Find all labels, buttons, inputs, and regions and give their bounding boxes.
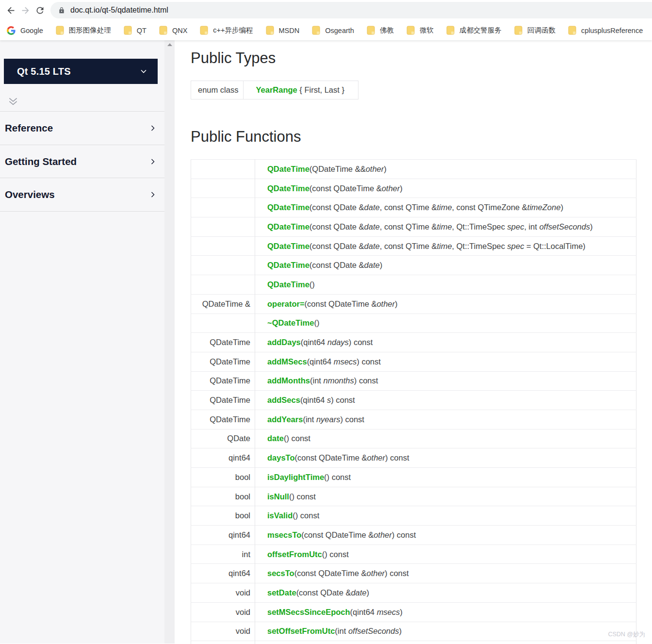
signature-text: , Qt::TimeSpec xyxy=(452,242,507,250)
address-bar[interactable]: doc.qt.io/qt-5/qdatetime.html xyxy=(50,2,652,18)
function-link[interactable]: setMSecsSinceEpoch xyxy=(267,608,350,616)
table-row: QDateTime(const QDate &date) xyxy=(191,256,636,275)
parameter-name: other xyxy=(382,184,400,193)
back-button[interactable] xyxy=(3,3,18,17)
signature-text: ) xyxy=(395,299,398,308)
signature-text: (const QDateTime & xyxy=(295,453,367,462)
scroll-up-arrow-icon[interactable] xyxy=(167,43,172,46)
folder-icon xyxy=(407,26,415,35)
function-link[interactable]: YearRange xyxy=(256,85,297,94)
return-type: QDateTime xyxy=(191,352,255,371)
signature-text: (const QDate & xyxy=(310,242,364,250)
function-link[interactable]: QDateTime xyxy=(267,280,310,289)
signature-text: ) xyxy=(384,165,387,173)
reload-button[interactable] xyxy=(33,3,47,17)
function-signature: addMonths(int nmonths) const xyxy=(255,371,636,391)
return-type xyxy=(191,314,255,333)
watermark: CSDN @妙为 xyxy=(608,630,645,639)
bookmark-item[interactable]: c++异步编程 xyxy=(200,26,253,35)
function-signature: YearRange { First, Last } xyxy=(244,81,359,99)
function-link[interactable]: msecsTo xyxy=(267,530,301,539)
function-link[interactable]: QDateTime xyxy=(267,165,310,173)
function-link[interactable]: ~QDateTime xyxy=(267,318,314,327)
function-link[interactable]: isDaylightTime xyxy=(267,473,324,481)
function-link[interactable]: addYears xyxy=(267,415,303,424)
sidebar-item-getting-started[interactable]: Getting Started xyxy=(0,145,164,179)
table-row: boolisDaylightTime() const xyxy=(191,468,636,487)
function-link[interactable]: QDateTime xyxy=(267,222,310,231)
function-signature: addDays(qint64 ndays) const xyxy=(255,333,636,352)
bookmark-label: MSDN xyxy=(279,27,300,34)
function-link[interactable]: offsetFromUtc xyxy=(267,550,322,559)
function-link[interactable]: addSecs xyxy=(267,396,300,404)
forward-button[interactable] xyxy=(18,3,33,17)
return-type xyxy=(191,256,255,275)
bookmark-label: 回调函数 xyxy=(527,26,555,35)
signature-text: (qint64 xyxy=(307,357,334,366)
bookmark-item[interactable]: 回调函数 xyxy=(514,26,555,35)
bookmark-item[interactable]: 成都交警服务 xyxy=(446,26,502,35)
function-link[interactable]: secsTo xyxy=(267,569,294,578)
function-link[interactable]: setOffsetFromUtc xyxy=(267,627,335,635)
function-link[interactable]: addMonths xyxy=(267,376,310,385)
bookmark-item[interactable]: Google xyxy=(7,26,43,35)
table-row: QDatedate() const xyxy=(191,429,636,448)
return-type: QDateTime xyxy=(191,333,255,352)
signature-text: (const QDateTime & xyxy=(294,569,367,578)
sidebar-item-reference[interactable]: Reference xyxy=(0,112,164,145)
function-link[interactable]: addDays xyxy=(267,338,301,347)
url-text[interactable]: doc.qt.io/qt-5/qdatetime.html xyxy=(70,6,168,15)
table-row: QDateTime &operator=(const QDateTime &ot… xyxy=(191,294,636,314)
bookmark-item[interactable]: 微软 xyxy=(407,26,434,35)
table-row: qint64daysTo(const QDateTime &other) con… xyxy=(191,448,636,468)
browser-chrome: doc.qt.io/qt-5/qdatetime.html Google图形图像… xyxy=(0,0,652,40)
bookmark-item[interactable]: MSDN xyxy=(266,26,300,35)
return-type: QDate xyxy=(191,429,255,448)
function-signature xyxy=(255,641,636,644)
signature-text: (qint64 xyxy=(350,608,377,616)
parameter-name: other xyxy=(366,165,384,173)
bookmark-item[interactable]: Osgearth xyxy=(312,26,354,35)
bookmark-label: cplusplusReference xyxy=(581,27,643,34)
signature-text: ) xyxy=(399,627,402,635)
sidebar-scrollbar[interactable] xyxy=(164,40,175,644)
main-content: Public Types enum classYearRange { First… xyxy=(175,40,652,644)
table-row: QDateTimeaddDays(qint64 ndays) const xyxy=(191,333,636,352)
public-types-table: enum classYearRange { First, Last } xyxy=(191,81,359,99)
function-link[interactable]: QDateTime xyxy=(267,261,310,269)
function-link[interactable]: QDateTime xyxy=(267,203,310,212)
table-row: voidsetOffsetFromUtc(int offsetSeconds) xyxy=(191,622,636,641)
return-type xyxy=(191,198,255,217)
function-link[interactable]: QDateTime xyxy=(267,242,310,250)
function-link[interactable]: addMSecs xyxy=(267,357,307,366)
return-type: qint64 xyxy=(191,526,255,545)
function-link[interactable]: isNull xyxy=(267,492,289,501)
parameter-name: timeZone xyxy=(527,203,561,212)
bookmark-item[interactable]: QT xyxy=(124,26,147,35)
parameter-name: nmonths xyxy=(324,376,354,385)
return-type: int xyxy=(191,545,255,564)
table-row: voidsetMSecsSinceEpoch(qint64 msecs) xyxy=(191,602,636,622)
function-link[interactable]: operator= xyxy=(267,299,305,308)
bookmark-item[interactable]: QNX xyxy=(159,26,187,35)
signature-text: (int xyxy=(335,627,348,635)
return-type: qint64 xyxy=(191,564,255,583)
return-type: void xyxy=(191,602,255,622)
function-link[interactable]: isValid xyxy=(267,511,293,520)
signature-text: , Qt::TimeSpec xyxy=(452,222,507,231)
expand-double-chevron-icon[interactable] xyxy=(7,97,21,108)
bookmark-item[interactable]: 图形图像处理 xyxy=(56,26,111,35)
bookmark-item[interactable]: cplusplusReference xyxy=(568,26,643,35)
function-link[interactable]: daysTo xyxy=(267,453,295,462)
table-row: qint64msecsTo(const QDateTime &other) co… xyxy=(191,526,636,545)
function-link[interactable]: date xyxy=(267,434,284,443)
signature-text: (const QDate & xyxy=(310,261,364,269)
function-link[interactable]: QDateTime xyxy=(267,184,310,193)
function-link[interactable]: setDate xyxy=(267,588,296,597)
signature-text: ) xyxy=(590,222,593,231)
return-type: void xyxy=(191,583,255,603)
signature-text: , const QTime & xyxy=(380,222,437,231)
version-select[interactable]: Qt 5.15 LTS xyxy=(4,59,158,84)
sidebar-item-overviews[interactable]: Overviews xyxy=(0,178,164,212)
bookmark-item[interactable]: 佛教 xyxy=(367,26,394,35)
